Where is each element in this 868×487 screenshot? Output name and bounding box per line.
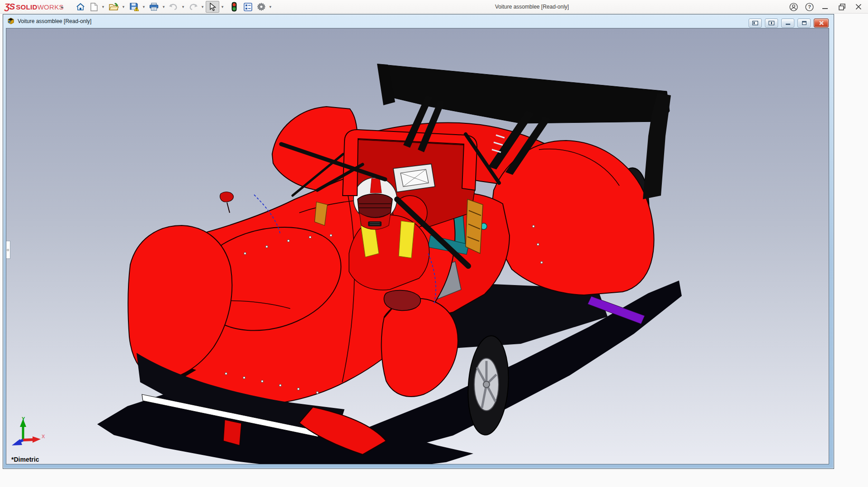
redo-button[interactable] (187, 1, 200, 13)
pane-collapse-left-button[interactable] (749, 19, 762, 28)
new-document-icon (90, 3, 98, 11)
orientation-triad: Y X (9, 415, 50, 454)
select-cursor-icon (209, 3, 216, 11)
new-document-button[interactable] (87, 1, 101, 13)
open-button[interactable] (107, 1, 121, 13)
gear-icon (257, 2, 266, 11)
save-dropdown[interactable]: ▾ (141, 1, 147, 13)
car-assembly-model (6, 28, 829, 464)
menu-expand-arrow[interactable]: ▸ (59, 0, 66, 14)
task-pane-button[interactable] (241, 1, 255, 13)
traffic-light-icon (231, 2, 237, 12)
account-button[interactable] (788, 0, 799, 14)
pane-collapse-right-button[interactable] (765, 19, 778, 28)
save-button[interactable] (127, 1, 141, 13)
redo-dropdown[interactable]: ▾ (199, 1, 206, 13)
open-dropdown[interactable]: ▾ (120, 1, 127, 13)
triad-y-label: Y (22, 416, 25, 421)
home-button[interactable] (74, 1, 87, 13)
close-icon (855, 3, 862, 10)
settings-dropdown[interactable]: ▾ (267, 1, 274, 13)
print-icon (149, 3, 159, 11)
settings-button[interactable] (255, 1, 268, 13)
restore-button[interactable] (836, 0, 848, 14)
pane-right-icon (769, 21, 774, 25)
document-close-button[interactable] (814, 19, 829, 28)
restore-icon (838, 3, 846, 11)
save-icon (130, 2, 139, 11)
undo-dropdown[interactable]: ▾ (180, 1, 186, 13)
document-title-bar[interactable]: Voiture assomblee [Read-only] (3, 14, 834, 28)
app-title-bar: ƷS SOLID WORKS ▸ ▾ ▾ (0, 0, 868, 14)
redo-icon (189, 3, 198, 10)
undo-icon (169, 3, 178, 10)
account-icon (789, 3, 798, 11)
document-window: Voiture assomblee [Read-only] (3, 14, 834, 469)
svg-text:?: ? (808, 4, 811, 9)
options-list-icon (244, 3, 252, 11)
close-button[interactable] (853, 0, 864, 14)
new-document-dropdown[interactable]: ▾ (100, 1, 106, 13)
print-dropdown[interactable]: ▾ (160, 1, 167, 13)
print-button[interactable] (147, 1, 160, 13)
document-minimize-icon (785, 21, 791, 25)
open-icon (109, 3, 119, 11)
assembly-icon (7, 18, 15, 25)
app-window-title: Voiture assomblee [Read-only] (495, 0, 569, 14)
document-restore-button[interactable] (797, 19, 811, 28)
document-close-icon (819, 21, 824, 25)
featuremanager-tab-dot (7, 249, 9, 251)
document-restore-icon (802, 21, 807, 25)
select-tool-button[interactable] (206, 1, 219, 13)
document-minimize-button[interactable] (781, 19, 794, 28)
undo-button[interactable] (166, 1, 180, 13)
help-icon: ? (805, 3, 814, 11)
minimize-button[interactable] (819, 0, 831, 14)
solidworks-logo: ƷS SOLID WORKS (5, 0, 64, 14)
rebuild-button[interactable] (227, 1, 241, 13)
help-button[interactable]: ? (803, 0, 815, 14)
featuremanager-collapsed-tab[interactable] (6, 241, 10, 259)
document-title: Voiture assomblee [Read-only] (18, 18, 91, 24)
triad-x-label: X (42, 434, 45, 439)
select-tool-dropdown[interactable]: ▾ (219, 1, 226, 13)
home-icon (76, 3, 85, 11)
solidworks-logo-glyph: ƷS (5, 2, 14, 12)
pane-left-icon (752, 21, 758, 25)
view-orientation-label: *Dimetric (11, 456, 39, 463)
graphics-viewport[interactable]: Y X *Dimetric (6, 28, 829, 464)
minimize-icon (821, 3, 829, 10)
